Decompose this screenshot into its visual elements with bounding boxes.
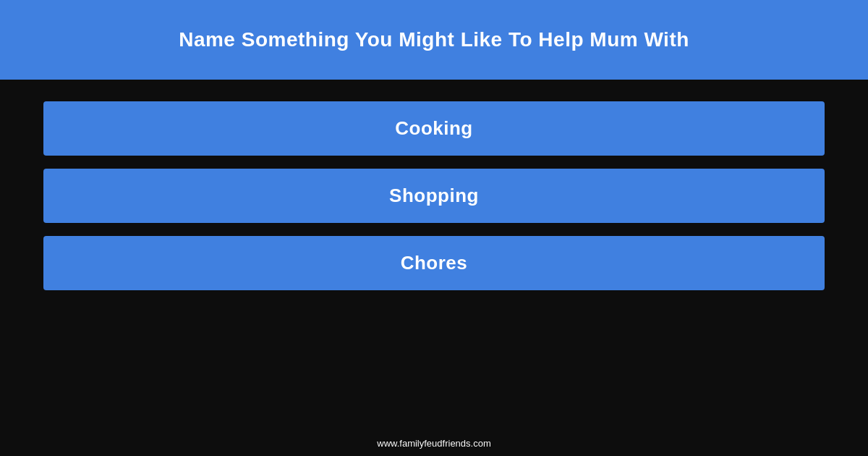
answer-button-1[interactable]: Cooking — [43, 101, 825, 156]
answer-button-2[interactable]: Shopping — [43, 169, 825, 223]
answer-label-1: Cooking — [395, 117, 473, 140]
footer: www.familyfeudfriends.com — [0, 431, 868, 456]
answer-button-3[interactable]: Chores — [43, 236, 825, 290]
footer-url: www.familyfeudfriends.com — [377, 438, 491, 449]
answer-label-3: Chores — [401, 252, 468, 274]
answers-container: Cooking Shopping Chores — [0, 80, 868, 431]
question-header: Name Something You Might Like To Help Mu… — [0, 0, 868, 80]
answer-label-2: Shopping — [389, 185, 479, 207]
question-title: Name Something You Might Like To Help Mu… — [179, 28, 689, 51]
